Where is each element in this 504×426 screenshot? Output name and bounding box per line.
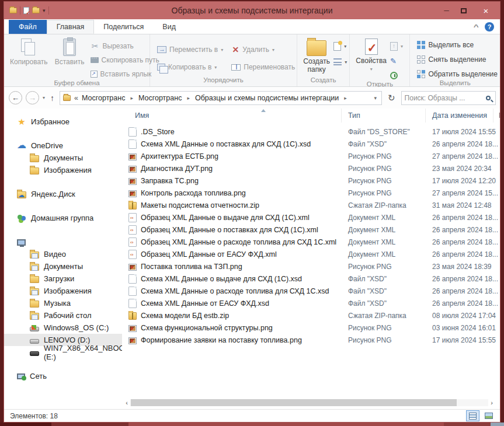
table-row[interactable]: Образец XML Данные о выдаче для СХД (1С)… — [122, 211, 500, 224]
history-button[interactable] — [390, 70, 403, 81]
table-row[interactable]: Схема XML Данные о поставках для СХД (1С… — [122, 138, 500, 150]
details-view-button[interactable] — [466, 410, 479, 421]
select-none-button[interactable]: Снять выделение — [417, 54, 498, 65]
paste-shortcut-button[interactable]: Вставить ярлык — [91, 69, 159, 79]
copy-path-button[interactable]: Скопировать путь — [91, 55, 159, 65]
sidebar-item[interactable]: Изображения — [4, 164, 122, 176]
column-header-date[interactable]: Дата изменения — [426, 109, 493, 123]
table-row[interactable]: .DS_StoreФайл "DS_STORE"17 июля 2024 15:… — [122, 125, 500, 138]
breadcrumb-separator-icon[interactable]: ▸ — [126, 95, 137, 101]
table-row[interactable]: Схема XML Данные о расходе топлива для С… — [122, 285, 500, 297]
back-button[interactable]: ← — [9, 91, 22, 104]
search-icon[interactable] — [486, 96, 491, 100]
breadcrumb-item[interactable]: Мосгортранс — [137, 93, 183, 103]
table-row[interactable]: Схема XML Данные о выдаче для СХД (1С).x… — [122, 273, 500, 285]
new-folder-button[interactable]: Создать папку — [300, 37, 333, 76]
breadcrumb-item[interactable]: Образцы и схемы подсистемы интергации — [194, 93, 340, 103]
table-row[interactable]: Заправка ТС.pngРисунок PNG17 июля 2024 1… — [122, 174, 500, 187]
paste-button[interactable]: Вставить — [51, 37, 88, 79]
help-icon[interactable]: ? — [485, 22, 494, 32]
breadcrumb-item[interactable]: Мосгортранс — [81, 93, 126, 103]
folder-icon[interactable] — [9, 8, 17, 13]
tab-3[interactable]: Вид — [153, 20, 185, 34]
minimize-button[interactable]: ─ — [438, 5, 455, 17]
sidebar-item[interactable]: WIN7_X86_X64_NBOOK (E:) — [4, 346, 122, 358]
table-row[interactable]: Архитектура ЕСТБ.pngРисунок PNG27 апреля… — [122, 150, 500, 162]
sidebar-item[interactable]: Домашняя группа — [4, 212, 122, 224]
close-button[interactable]: × — [472, 5, 500, 17]
table-row[interactable]: Образец XML Данные от ЕАСУ ФХД.xmlДокуме… — [122, 248, 500, 260]
sidebar-item[interactable]: Документы — [4, 152, 122, 164]
scrollbar-track[interactable] — [130, 399, 488, 406]
cut-button[interactable]: ✂ Вырезать — [91, 41, 159, 51]
properties-icon[interactable] — [23, 7, 29, 14]
title-bar[interactable]: ▾ Образцы и схемы подсистемы интергации … — [4, 2, 500, 19]
recent-locations-icon[interactable]: ▾ — [43, 95, 45, 100]
file-name: Контроль расхода топлива.png — [141, 189, 246, 197]
column-header-name[interactable]: Имя — [122, 109, 342, 123]
copy-to-button[interactable]: Копировать в ▾ — [157, 62, 223, 72]
chevron-down-icon[interactable]: ▾ — [43, 8, 46, 13]
horizontal-scrollbar[interactable]: ‹ › — [123, 399, 495, 407]
delete-button[interactable]: ✕ Удалить ▾ — [231, 44, 295, 55]
move-to-button[interactable]: Переместить в ▾ — [157, 44, 223, 55]
breadcrumb-overflow-icon[interactable]: « — [74, 94, 78, 102]
scrollbar-thumb[interactable] — [131, 399, 457, 406]
scroll-left-icon[interactable]: ‹ — [123, 399, 130, 406]
table-row[interactable]: Поставка топлива на ТЗП.pngРисунок PNG23… — [122, 260, 500, 273]
up-button[interactable]: ↑ — [48, 93, 56, 103]
shortcut-icon — [91, 71, 98, 78]
sidebar-item[interactable]: Музыка — [4, 297, 122, 309]
file-name: Макеты подсистема отчетности.zip — [141, 201, 259, 209]
thumbnails-view-button[interactable] — [482, 410, 495, 421]
table-row[interactable]: Образец XML Данные о поставках для СХД (… — [122, 224, 500, 236]
table-row[interactable]: Схема модели БД estb.zipСжатая ZIP-папка… — [122, 309, 500, 322]
sidebar-item[interactable]: Windows8_OS (C:) — [4, 322, 122, 334]
file-type-cell: Файл "XSD" — [342, 287, 426, 295]
forward-button[interactable]: → — [26, 91, 39, 104]
sidebar-item[interactable]: ☁OneDrive — [4, 139, 122, 152]
sidebar-item[interactable]: Загрузки — [4, 273, 122, 285]
maximize-button[interactable] — [455, 5, 472, 17]
sidebar-item[interactable]: ★Избранное — [4, 116, 122, 128]
sidebar-item[interactable]: Сеть — [4, 370, 122, 382]
copy-button[interactable]: Копировать — [6, 37, 51, 79]
table-row[interactable]: Схема XML Данные от ЕАСУ ФХД.xsdФайл "XS… — [122, 297, 500, 309]
sidebar-item[interactable]: Яндекс.Диск — [4, 188, 122, 200]
tab-2[interactable]: Поделиться — [94, 20, 153, 34]
sidebar-item[interactable]: Рабочий стол — [4, 309, 122, 322]
select-all-button[interactable]: Выделить все — [417, 40, 498, 50]
invert-selection-button[interactable]: Обратить выделение — [417, 69, 498, 79]
tab-1[interactable]: Главная — [47, 20, 95, 34]
table-row[interactable]: Схема функциональной структуры.pngРисуно… — [122, 322, 500, 334]
table-row[interactable]: Контроль расхода топлива.pngРисунок PNG2… — [122, 187, 500, 199]
table-row[interactable]: Макеты подсистема отчетности.zipСжатая Z… — [122, 199, 500, 211]
new-item-button[interactable]: ▾ — [333, 41, 347, 51]
sidebar-item[interactable]: Видео — [4, 248, 122, 260]
sidebar-item[interactable]: Изображения — [4, 285, 122, 297]
address-bar[interactable]: « Мосгортранс▸Мосгортранс▸Образцы и схем… — [60, 91, 382, 105]
tab-file[interactable]: Файл — [9, 20, 47, 34]
edit-button[interactable]: ✎ — [390, 55, 403, 66]
table-row[interactable]: Образец XML Данные о расходе топлива для… — [122, 236, 500, 248]
breadcrumb-separator-icon[interactable]: ▸ — [183, 95, 194, 101]
refresh-icon[interactable]: ↻ — [385, 93, 398, 103]
table-row[interactable]: Формирование заявки на поставку топлива.… — [122, 334, 500, 346]
file-name: Заправка ТС.png — [141, 177, 199, 185]
search-box[interactable]: Поиск: Образцы ... — [401, 91, 496, 105]
column-header-type[interactable]: Тип — [342, 109, 426, 123]
table-row[interactable]: Диагностика ДУТ.pngРисунок PNG23 мая 202… — [122, 162, 500, 174]
open-button[interactable]: ▾ — [390, 41, 403, 51]
breadcrumb-separator-icon[interactable]: ▸ — [340, 95, 351, 101]
sidebar-item[interactable] — [4, 236, 122, 248]
folder-icon[interactable] — [32, 8, 40, 13]
rename-button[interactable]: Переименовать — [231, 62, 295, 72]
file-name-cell: Схема XML Данные от ЕАСУ ФХД.xsd — [122, 299, 342, 308]
column-header-size[interactable]: Ра — [493, 109, 500, 123]
scroll-right-icon[interactable]: › — [488, 399, 495, 406]
collapse-ribbon-icon[interactable]: ^ — [473, 23, 478, 30]
properties-button[interactable]: Свойства ▾ — [352, 37, 390, 81]
sidebar-item[interactable]: Документы — [4, 260, 122, 273]
easy-access-button[interactable]: ▾ — [333, 57, 347, 67]
address-dropdown-icon[interactable]: ▾ — [371, 95, 379, 101]
